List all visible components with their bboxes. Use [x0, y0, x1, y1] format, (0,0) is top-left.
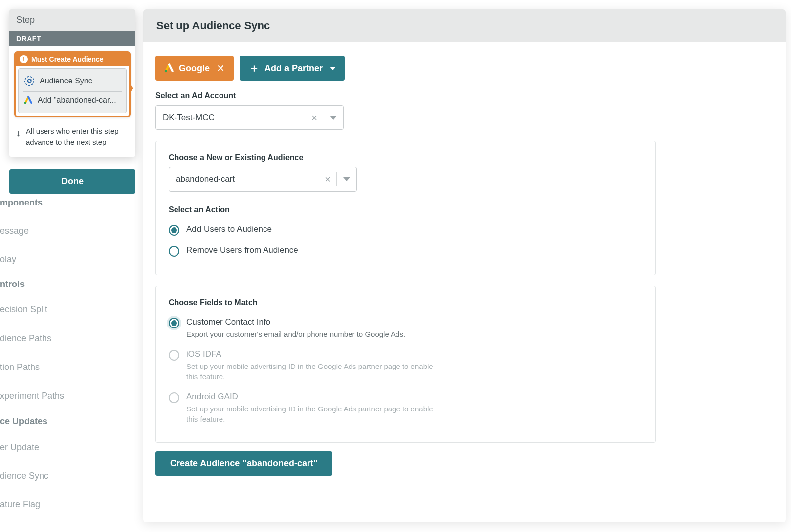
add-partner-label: Add a Partner [264, 63, 323, 74]
bg-sidebar-item: dience Paths [0, 333, 51, 344]
audience-sync-label: Audience Sync [40, 77, 92, 85]
radio-button [169, 350, 179, 361]
radio-description: Set up your mobile advertising ID in the… [186, 361, 443, 382]
bg-sidebar-item: er Update [0, 442, 39, 452]
step-panel: Step DRAFT ! Must Create Audience Audien… [9, 9, 135, 157]
bg-sidebar-item: xperiment Paths [0, 391, 64, 401]
radio-button[interactable] [169, 318, 179, 328]
audience-sync-row[interactable]: Audience Sync [23, 73, 122, 89]
field-radio-row[interactable]: Customer Contact InfoExport your custome… [169, 312, 642, 344]
bg-sidebar-item: tion Paths [0, 362, 40, 372]
add-audience-row[interactable]: Add "abandoned-car... [23, 93, 122, 108]
action-radio-row[interactable]: Add Users to Audience [169, 219, 642, 241]
bg-sidebar-item: ce Updates [0, 416, 47, 427]
audience-caret[interactable] [337, 177, 356, 181]
google-chip-label: Google [179, 63, 210, 74]
audience-label: Choose a New or Existing Audience [169, 153, 642, 162]
sync-icon [24, 76, 35, 86]
fields-box: Choose Fields to Match Customer Contact … [155, 286, 656, 443]
chevron-down-icon [343, 177, 350, 181]
add-audience-label: Add "abandoned-car... [38, 96, 116, 105]
svg-point-0 [25, 77, 34, 85]
add-partner-button[interactable]: ＋ Add a Partner [240, 56, 345, 81]
ad-account-value: DK-Test-MCC [156, 113, 306, 123]
bg-sidebar-item: ature Flag [0, 499, 40, 510]
radio-label: Remove Users from Audience [186, 246, 298, 255]
remove-google-icon[interactable]: ✕ [217, 62, 225, 74]
audience-select[interactable]: abandoned-cart × [169, 167, 357, 192]
radio-description: Set up your mobile advertising ID in the… [186, 404, 443, 424]
action-radio-row[interactable]: Remove Users from Audience [169, 241, 642, 262]
field-radio-row: iOS IDFASet up your mobile advertising I… [169, 344, 642, 387]
step-note: ↓ All users who enter this step advance … [9, 120, 135, 157]
radio-label: iOS IDFA [186, 349, 443, 359]
google-ads-icon [164, 63, 174, 73]
clear-audience-icon[interactable]: × [319, 174, 336, 185]
field-radio-row: Android GAIDSet up your mobile advertisi… [169, 387, 642, 429]
audience-value: abandoned-cart [169, 174, 319, 184]
radio-label: Customer Contact Info [186, 317, 405, 327]
bg-sidebar-item: ecision Split [0, 304, 47, 315]
audience-action-box: Choose a New or Existing Audience abando… [155, 141, 656, 275]
bg-sidebar-item: essage [0, 226, 29, 236]
chevron-down-icon [330, 116, 337, 120]
main-panel: Set up Audience Sync Google ✕ ＋ Add a Pa… [143, 9, 786, 522]
bg-sidebar-item: ntrols [0, 279, 25, 289]
google-chip[interactable]: Google ✕ [155, 56, 234, 81]
radio-label: Add Users to Audience [186, 224, 272, 234]
step-card[interactable]: ! Must Create Audience Audience Sync A [14, 51, 131, 117]
ad-account-label: Select an Ad Account [155, 91, 656, 100]
create-audience-button[interactable]: Create Audience "abandoned-cart" [155, 451, 332, 476]
bg-sidebar-item: mponents [0, 198, 43, 208]
svg-point-2 [165, 70, 167, 72]
google-ads-icon [24, 96, 33, 105]
plus-icon: ＋ [249, 61, 260, 76]
radio-label: Android GAID [186, 392, 443, 402]
action-label: Select an Action [169, 205, 642, 214]
step-note-text: All users who enter this step advance to… [26, 126, 129, 148]
svg-point-1 [24, 102, 27, 104]
bg-sidebar-item: dience Sync [0, 471, 48, 481]
radio-button[interactable] [169, 246, 179, 257]
clear-ad-account-icon[interactable]: × [306, 112, 323, 123]
radio-button [169, 392, 179, 403]
ad-account-caret[interactable] [323, 116, 343, 120]
panel-title: Set up Audience Sync [143, 9, 786, 42]
bg-sidebar-item: olay [0, 254, 16, 265]
ad-account-select[interactable]: DK-Test-MCC × [155, 105, 344, 130]
warning-text: Must Create Audience [31, 55, 104, 63]
chevron-down-icon [330, 67, 336, 70]
radio-description: Export your customer's email and/or phon… [186, 329, 405, 339]
step-header: Step [9, 9, 135, 31]
warning-banner: ! Must Create Audience [16, 53, 129, 66]
warning-icon: ! [20, 55, 28, 63]
draft-badge: DRAFT [9, 31, 135, 46]
down-arrow-icon: ↓ [16, 126, 21, 148]
radio-button[interactable] [169, 225, 179, 236]
done-button[interactable]: Done [9, 169, 135, 194]
fields-label: Choose Fields to Match [169, 298, 642, 307]
